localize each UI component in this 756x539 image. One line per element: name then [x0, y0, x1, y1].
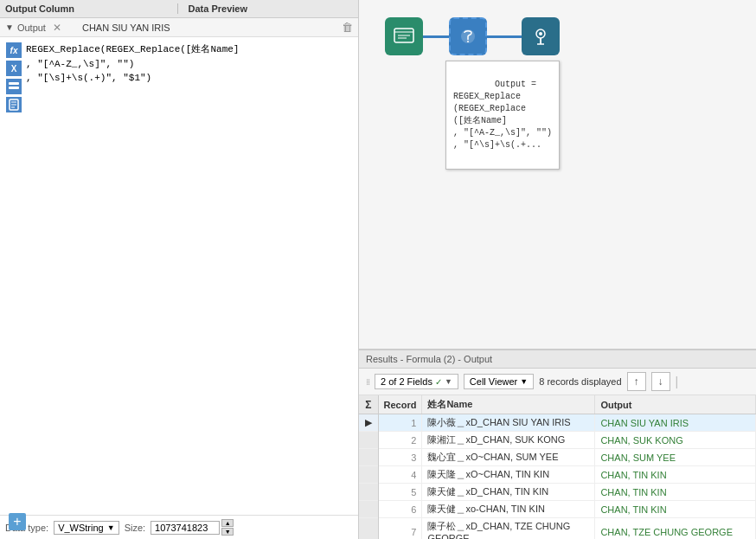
table-row[interactable]: 7 陳子松＿xD_CHAN, TZE CHUNG GEORGE CHAN, TZ…: [359, 518, 756, 540]
svg-rect-1: [9, 87, 19, 89]
formula-tooltip: Output = REGEX_Replace (REGEX_Replace ([…: [445, 61, 560, 170]
row-number-2: 3: [378, 449, 422, 466]
browse-node[interactable]: [522, 17, 560, 55]
formula-node-icon: [449, 17, 487, 55]
separator: |: [676, 375, 679, 388]
row-number-3: 4: [378, 466, 422, 484]
column-row: ▼ Output ✕ CHAN SIU YAN IRIS 🗑: [0, 18, 358, 37]
drag-handle-icon: ⁞⁞: [366, 377, 369, 387]
name-cell-1: 陳湘江＿xD_CHAN, SUK KONG: [422, 432, 595, 449]
name-cell-3: 陳天隆＿xO~CHAN, TIN KIN: [422, 466, 595, 484]
size-spinners: ▲ ▼: [221, 519, 234, 536]
data-type-select[interactable]: V_WString ▼: [54, 521, 119, 535]
svg-point-11: [467, 41, 469, 42]
output-column-label: Output Column: [5, 3, 74, 14]
data-preview-header: Data Preview: [182, 3, 354, 14]
connector-2: [487, 35, 522, 38]
output-cell-2: CHAN, SUM YEE: [595, 449, 756, 466]
formula-node[interactable]: [449, 17, 487, 55]
table-row[interactable]: 3 魏心宜＿xO~CHAN, SUM YEE CHAN, SUM YEE: [359, 449, 756, 466]
right-panel: Output = REGEX_Replace (REGEX_Replace ([…: [359, 0, 756, 539]
input-node-icon: [385, 17, 423, 55]
table-row[interactable]: ▶ 1 陳小薇＿xD_CHAN SIU YAN IRIS CHAN SIU YA…: [359, 414, 756, 432]
name-cell-5: 陳天健＿xo-CHAN, TIN KIN: [422, 501, 595, 518]
output-column-header: Output Column: [5, 3, 178, 14]
size-control: ▲ ▼: [151, 519, 234, 536]
results-toolbar: ⁞⁞ 2 of 2 Fields ✓ ▼ Cell Viewer ▼ 8 rec…: [359, 369, 756, 395]
connector-1: [423, 35, 449, 38]
formula-icons: fx X: [5, 42, 22, 510]
output-cell-6: CHAN, TZE CHUNG GEORGE: [595, 518, 756, 540]
row-indicator-5: [359, 501, 378, 518]
output-cell-3: CHAN, TIN KIN: [595, 466, 756, 484]
formula-text[interactable]: REGEX_Replace(REGEX_Replace([姓名Name] , "…: [26, 42, 353, 510]
row-indicator-0: ▶: [359, 414, 378, 432]
data-preview-label: Data Preview: [189, 3, 247, 14]
cell-viewer-button[interactable]: Cell Viewer ▼: [464, 374, 534, 389]
name-cell-4: 陳天健＿xD_CHAN, TIN KIN: [422, 484, 595, 501]
name-cell-2: 魏心宜＿xO~CHAN, SUM YEE: [422, 449, 595, 466]
canvas-area[interactable]: Output = REGEX_Replace (REGEX_Replace ([…: [359, 0, 756, 349]
tooltip-text: Output = REGEX_Replace (REGEX_Replace ([…: [453, 80, 552, 150]
results-table: Σ Record 姓名Name Output ▶ 1 陳小薇＿xD_CHAN S…: [359, 395, 756, 539]
chevron-down-icon[interactable]: ▼: [5, 22, 14, 32]
output-cell-1: CHAN, SUK KONG: [595, 432, 756, 449]
table-row[interactable]: 5 陳天健＿xD_CHAN, TIN KIN CHAN, TIN KIN: [359, 484, 756, 501]
row-indicator-3: [359, 466, 378, 484]
preview-value: CHAN SIU YAN IRIS: [82, 22, 170, 33]
name-cell-6: 陳子松＿xD_CHAN, TZE CHUNG GEORGE: [422, 518, 595, 540]
panel-header: Output Column Data Preview: [0, 0, 358, 18]
size-input[interactable]: [151, 521, 220, 535]
record-col-header: Record: [378, 395, 422, 414]
input-node[interactable]: [385, 17, 423, 55]
row-number-5: 6: [378, 501, 422, 518]
fields-count: 2 of 2 Fields: [381, 376, 432, 387]
spin-down-button[interactable]: ▼: [221, 528, 234, 536]
x-icon[interactable]: X: [6, 61, 22, 76]
left-panel: Output Column Data Preview ▼ Output ✕ CH…: [0, 0, 359, 539]
delete-icon[interactable]: 🗑: [342, 21, 353, 34]
svg-rect-0: [9, 82, 19, 85]
check-icon: ✓: [435, 377, 442, 387]
db-icon[interactable]: [6, 79, 22, 94]
data-type-row: Data type: V_WString ▼ Size: ▲ ▼: [0, 515, 358, 539]
cell-viewer-label: Cell Viewer: [470, 376, 517, 387]
formula-area: fx X REGEX_Replace(REGEX_Replace([姓名Name…: [0, 37, 358, 515]
data-type-value: V_WString: [58, 523, 104, 533]
add-field-button[interactable]: +: [9, 513, 26, 530]
results-header: Results - Formula (2) - Output: [359, 350, 756, 369]
fields-dropdown-icon: ▼: [445, 377, 452, 386]
close-icon[interactable]: ✕: [53, 22, 61, 34]
name-col-header: 姓名Name: [422, 395, 595, 414]
workflow-nodes: [385, 17, 560, 55]
output-cell-4: CHAN, TIN KIN: [595, 484, 756, 501]
table-row[interactable]: 6 陳天健＿xo-CHAN, TIN KIN CHAN, TIN KIN: [359, 501, 756, 518]
row-indicator-1: [359, 432, 378, 449]
table-row[interactable]: 4 陳天隆＿xO~CHAN, TIN KIN CHAN, TIN KIN: [359, 466, 756, 484]
table-row[interactable]: 2 陳湘江＿xD_CHAN, SUK KONG CHAN, SUK KONG: [359, 432, 756, 449]
fx-icon[interactable]: fx: [6, 42, 22, 58]
row-indicator-2: [359, 449, 378, 466]
results-header-text: Results - Formula (2) - Output: [366, 354, 492, 364]
sum-col-header: Σ: [359, 395, 378, 414]
row-indicator-4: [359, 484, 378, 501]
size-label: Size:: [125, 523, 145, 533]
output-cell-5: CHAN, TIN KIN: [595, 501, 756, 518]
svg-point-13: [539, 32, 542, 35]
row-number-4: 5: [378, 484, 422, 501]
doc-icon[interactable]: [6, 97, 22, 112]
name-cell-0: 陳小薇＿xD_CHAN SIU YAN IRIS: [422, 414, 595, 432]
dropdown-arrow-icon: ▼: [107, 523, 115, 532]
results-panel: Results - Formula (2) - Output ⁞⁞ 2 of 2…: [359, 349, 756, 539]
output-cell-0: CHAN SIU YAN IRIS: [595, 414, 756, 432]
row-number-0: 1: [378, 414, 422, 432]
output-field-label: Output: [17, 22, 46, 33]
fields-selector-button[interactable]: 2 of 2 Fields ✓ ▼: [375, 374, 458, 389]
row-indicator-6: [359, 518, 378, 540]
nav-up-button[interactable]: ↑: [627, 372, 646, 391]
spin-up-button[interactable]: ▲: [221, 519, 234, 527]
browse-node-icon: [522, 17, 560, 55]
cell-viewer-dropdown-icon: ▼: [520, 377, 528, 386]
row-number-6: 7: [378, 518, 422, 540]
nav-down-button[interactable]: ↓: [651, 372, 670, 391]
